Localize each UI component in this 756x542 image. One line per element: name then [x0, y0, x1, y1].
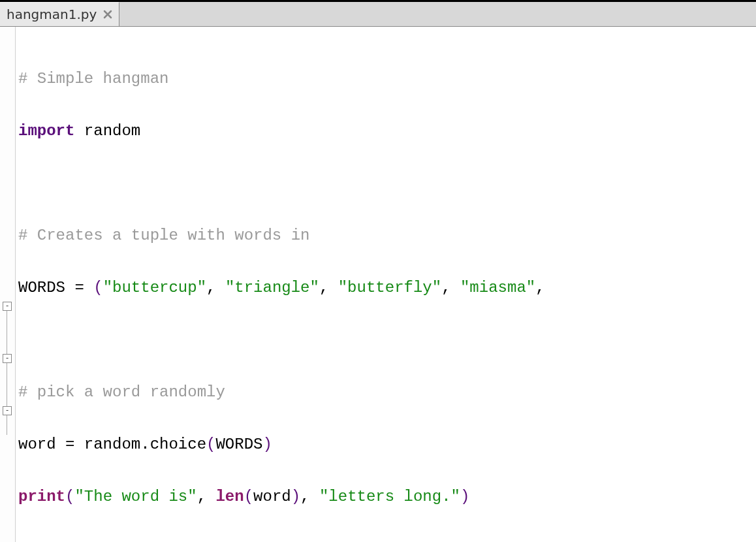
code-keyword: import: [18, 122, 74, 140]
code-paren: (: [93, 279, 102, 296]
tab-bar: hangman1.py: [0, 2, 756, 27]
code-ident: word: [253, 488, 291, 505]
code-paren: ): [262, 436, 272, 453]
code-builtin: len: [215, 488, 244, 505]
code-text: ,: [197, 488, 216, 505]
code-ident: WORDS: [215, 436, 262, 453]
fold-toggle-icon[interactable]: -: [3, 302, 12, 311]
code-paren: ): [460, 488, 469, 505]
code-paren: ): [291, 488, 300, 505]
fold-line: [7, 311, 7, 354]
code-text: ,: [535, 279, 544, 296]
fold-line: [7, 363, 7, 406]
fold-toggle-icon[interactable]: -: [3, 406, 12, 415]
editor-tab[interactable]: hangman1.py: [0, 2, 119, 26]
code-paren: (: [65, 488, 74, 505]
code-string: "triangle": [225, 279, 319, 296]
code-ident: random: [74, 122, 140, 140]
code-comment: # pick a word randomly: [18, 383, 225, 401]
code-string: "letters long.": [319, 488, 460, 505]
close-icon[interactable]: [102, 8, 114, 20]
code-editor[interactable]: - - - # Simple hangman import random # C…: [0, 27, 756, 542]
fold-line: [7, 415, 7, 435]
code-string: "The word is": [74, 488, 197, 505]
fold-gutter: - - -: [0, 27, 16, 542]
code-text: ,: [206, 279, 225, 296]
code-string: "butterfly": [338, 279, 441, 296]
code-text: ,: [300, 488, 319, 505]
code-comment: # Creates a tuple with words in: [18, 227, 309, 244]
code-paren: (: [206, 436, 215, 453]
code-area[interactable]: # Simple hangman import random # Creates…: [16, 27, 756, 542]
code-ident: WORDS =: [18, 279, 93, 296]
code-builtin: print: [18, 488, 65, 505]
code-paren: (: [244, 488, 253, 505]
fold-toggle-icon[interactable]: -: [3, 354, 12, 363]
code-ident: word = random.choice: [18, 436, 206, 453]
code-comment: # Simple hangman: [18, 70, 168, 88]
code-string: "miasma": [460, 279, 535, 296]
code-string: "buttercup": [103, 279, 206, 296]
code-text: ,: [319, 279, 338, 296]
code-text: ,: [441, 279, 460, 296]
tab-filename: hangman1.py: [7, 7, 97, 22]
